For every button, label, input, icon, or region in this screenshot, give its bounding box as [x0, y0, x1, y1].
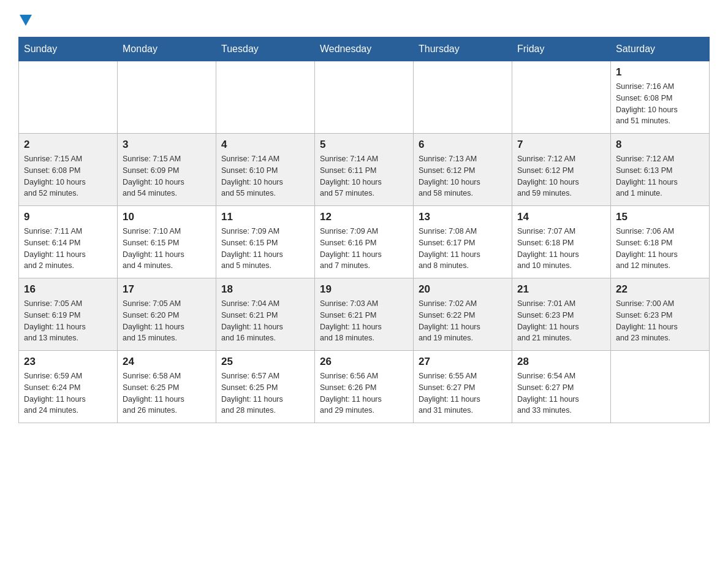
day-info: Sunrise: 7:05 AMSunset: 6:20 PMDaylight:…	[123, 298, 211, 344]
day-number: 22	[616, 283, 704, 296]
calendar-week-row: 23Sunrise: 6:59 AMSunset: 6:24 PMDayligh…	[19, 351, 710, 423]
calendar-cell: 16Sunrise: 7:05 AMSunset: 6:19 PMDayligh…	[19, 278, 118, 351]
day-info: Sunrise: 7:04 AMSunset: 6:21 PMDaylight:…	[221, 298, 309, 344]
calendar-cell: 21Sunrise: 7:01 AMSunset: 6:23 PMDayligh…	[512, 278, 611, 351]
day-number: 9	[24, 211, 112, 223]
day-number: 2	[24, 139, 112, 151]
calendar-cell: 28Sunrise: 6:54 AMSunset: 6:27 PMDayligh…	[512, 351, 611, 423]
day-number: 5	[320, 139, 408, 151]
calendar-cell: 6Sunrise: 7:13 AMSunset: 6:12 PMDaylight…	[414, 134, 512, 206]
calendar-cell: 4Sunrise: 7:14 AMSunset: 6:10 PMDaylight…	[216, 134, 315, 206]
day-number: 16	[24, 283, 112, 296]
calendar-cell: 14Sunrise: 7:07 AMSunset: 6:18 PMDayligh…	[512, 206, 611, 278]
day-info: Sunrise: 7:15 AMSunset: 6:09 PMDaylight:…	[123, 153, 211, 199]
day-info: Sunrise: 7:06 AMSunset: 6:18 PMDaylight:…	[616, 226, 704, 272]
day-number: 17	[123, 283, 211, 296]
day-info: Sunrise: 7:09 AMSunset: 6:16 PMDaylight:…	[320, 226, 408, 272]
calendar-cell: 2Sunrise: 7:15 AMSunset: 6:08 PMDaylight…	[19, 134, 118, 206]
calendar-cell: 23Sunrise: 6:59 AMSunset: 6:24 PMDayligh…	[19, 351, 118, 423]
day-info: Sunrise: 7:12 AMSunset: 6:12 PMDaylight:…	[517, 153, 605, 199]
calendar-cell: 12Sunrise: 7:09 AMSunset: 6:16 PMDayligh…	[315, 206, 414, 278]
calendar-week-row: 16Sunrise: 7:05 AMSunset: 6:19 PMDayligh…	[19, 278, 710, 351]
calendar-cell	[315, 61, 414, 134]
calendar-cell: 3Sunrise: 7:15 AMSunset: 6:09 PMDaylight…	[118, 134, 216, 206]
calendar-cell	[216, 61, 315, 134]
calendar-cell: 8Sunrise: 7:12 AMSunset: 6:13 PMDaylight…	[611, 134, 710, 206]
calendar-cell: 15Sunrise: 7:06 AMSunset: 6:18 PMDayligh…	[611, 206, 710, 278]
day-number: 21	[517, 283, 605, 296]
calendar-cell: 22Sunrise: 7:00 AMSunset: 6:23 PMDayligh…	[611, 278, 710, 351]
calendar-cell: 25Sunrise: 6:57 AMSunset: 6:25 PMDayligh…	[216, 351, 315, 423]
day-number: 19	[320, 283, 408, 296]
day-number: 20	[419, 283, 507, 296]
day-of-week-header: Wednesday	[315, 37, 414, 61]
calendar-week-row: 1Sunrise: 7:16 AMSunset: 6:08 PMDaylight…	[19, 61, 710, 134]
day-info: Sunrise: 7:12 AMSunset: 6:13 PMDaylight:…	[616, 153, 704, 199]
day-number: 18	[221, 283, 309, 296]
day-info: Sunrise: 7:01 AMSunset: 6:23 PMDaylight:…	[517, 298, 605, 344]
calendar-cell: 1Sunrise: 7:16 AMSunset: 6:08 PMDaylight…	[611, 61, 710, 134]
day-number: 27	[419, 356, 507, 368]
day-number: 13	[419, 211, 507, 223]
day-info: Sunrise: 7:14 AMSunset: 6:10 PMDaylight:…	[221, 153, 309, 199]
day-info: Sunrise: 7:10 AMSunset: 6:15 PMDaylight:…	[123, 226, 211, 272]
day-info: Sunrise: 6:56 AMSunset: 6:26 PMDaylight:…	[320, 370, 408, 416]
day-info: Sunrise: 7:13 AMSunset: 6:12 PMDaylight:…	[419, 153, 507, 199]
day-info: Sunrise: 7:07 AMSunset: 6:18 PMDaylight:…	[517, 226, 605, 272]
calendar-cell	[414, 61, 512, 134]
day-info: Sunrise: 7:00 AMSunset: 6:23 PMDaylight:…	[616, 298, 704, 344]
calendar-cell: 20Sunrise: 7:02 AMSunset: 6:22 PMDayligh…	[414, 278, 512, 351]
day-number: 6	[419, 139, 507, 151]
day-number: 28	[517, 356, 605, 368]
day-number: 10	[123, 211, 211, 223]
day-of-week-header: Monday	[118, 37, 216, 61]
day-info: Sunrise: 7:15 AMSunset: 6:08 PMDaylight:…	[24, 153, 112, 199]
day-number: 4	[221, 139, 309, 151]
day-info: Sunrise: 6:54 AMSunset: 6:27 PMDaylight:…	[517, 370, 605, 416]
day-info: Sunrise: 7:11 AMSunset: 6:14 PMDaylight:…	[24, 226, 112, 272]
day-info: Sunrise: 6:55 AMSunset: 6:27 PMDaylight:…	[419, 370, 507, 416]
day-number: 8	[616, 139, 704, 151]
day-of-week-header: Sunday	[19, 37, 118, 61]
day-info: Sunrise: 6:59 AMSunset: 6:24 PMDaylight:…	[24, 370, 112, 416]
calendar-cell: 18Sunrise: 7:04 AMSunset: 6:21 PMDayligh…	[216, 278, 315, 351]
day-number: 24	[123, 356, 211, 368]
page-header	[18, 12, 710, 25]
calendar-cell	[512, 61, 611, 134]
day-of-week-header: Friday	[512, 37, 611, 61]
day-of-week-header: Tuesday	[216, 37, 315, 61]
calendar-cell: 26Sunrise: 6:56 AMSunset: 6:26 PMDayligh…	[315, 351, 414, 423]
day-info: Sunrise: 7:03 AMSunset: 6:21 PMDaylight:…	[320, 298, 408, 344]
calendar-week-row: 2Sunrise: 7:15 AMSunset: 6:08 PMDaylight…	[19, 134, 710, 206]
day-number: 14	[517, 211, 605, 223]
day-info: Sunrise: 7:05 AMSunset: 6:19 PMDaylight:…	[24, 298, 112, 344]
calendar-cell	[611, 351, 710, 423]
calendar-week-row: 9Sunrise: 7:11 AMSunset: 6:14 PMDaylight…	[19, 206, 710, 278]
day-info: Sunrise: 7:14 AMSunset: 6:11 PMDaylight:…	[320, 153, 408, 199]
day-info: Sunrise: 6:57 AMSunset: 6:25 PMDaylight:…	[221, 370, 309, 416]
day-number: 12	[320, 211, 408, 223]
calendar-cell: 24Sunrise: 6:58 AMSunset: 6:25 PMDayligh…	[118, 351, 216, 423]
day-number: 25	[221, 356, 309, 368]
calendar-cell: 19Sunrise: 7:03 AMSunset: 6:21 PMDayligh…	[315, 278, 414, 351]
logo-triangle-icon	[20, 15, 32, 26]
day-number: 7	[517, 139, 605, 151]
calendar-cell: 13Sunrise: 7:08 AMSunset: 6:17 PMDayligh…	[414, 206, 512, 278]
day-number: 26	[320, 356, 408, 368]
day-of-week-header: Thursday	[414, 37, 512, 61]
calendar-cell	[19, 61, 118, 134]
calendar-cell: 17Sunrise: 7:05 AMSunset: 6:20 PMDayligh…	[118, 278, 216, 351]
day-number: 11	[221, 211, 309, 223]
day-of-week-header: Saturday	[611, 37, 710, 61]
calendar-cell: 11Sunrise: 7:09 AMSunset: 6:15 PMDayligh…	[216, 206, 315, 278]
calendar-table: SundayMondayTuesdayWednesdayThursdayFrid…	[18, 37, 710, 423]
day-info: Sunrise: 7:02 AMSunset: 6:22 PMDaylight:…	[419, 298, 507, 344]
calendar-cell: 9Sunrise: 7:11 AMSunset: 6:14 PMDaylight…	[19, 206, 118, 278]
day-info: Sunrise: 7:08 AMSunset: 6:17 PMDaylight:…	[419, 226, 507, 272]
day-number: 23	[24, 356, 112, 368]
logo	[18, 12, 32, 25]
day-number: 15	[616, 211, 704, 223]
day-number: 1	[616, 66, 704, 79]
day-info: Sunrise: 7:16 AMSunset: 6:08 PMDaylight:…	[616, 81, 704, 127]
calendar-cell: 27Sunrise: 6:55 AMSunset: 6:27 PMDayligh…	[414, 351, 512, 423]
